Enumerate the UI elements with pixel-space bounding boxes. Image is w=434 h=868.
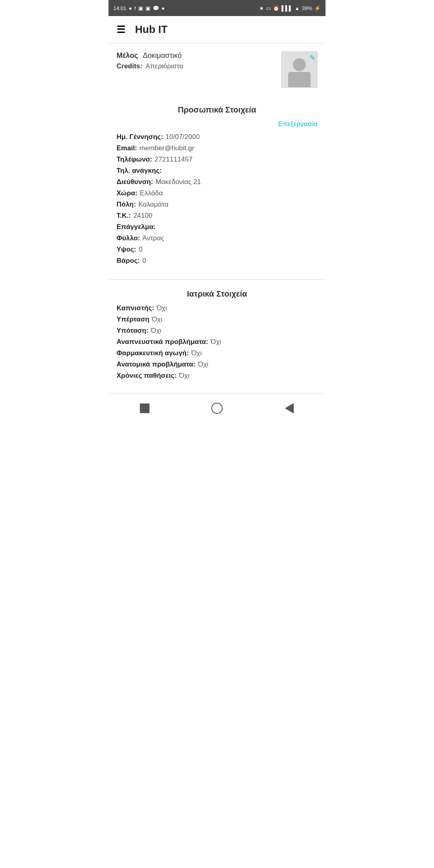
personal-field-value: Μακεδονίας 21 [156,178,201,186]
personal-info-row: Φύλλο:Άντρας [117,234,317,242]
personal-fields-container: Ημ. Γέννησης:10/07/2000Email:member@hubi… [117,133,317,265]
profile-info: Μέλος Δοκιμαστικό Credits: Απεριόριστα [117,51,281,70]
personal-field-label: Φύλλο: [117,234,140,242]
personal-field-label: Χώρα: [117,189,137,197]
section-divider [108,279,326,280]
personal-field-value: Ελλάδα [140,189,163,197]
member-row: Μέλος Δοκιμαστικό [117,51,281,60]
nav-square-icon [140,403,149,413]
medical-info-row: Υπόταση:Όχι [117,327,317,335]
member-label: Μέλος [117,51,138,60]
app-title: Hub IT [135,23,168,36]
profile-section: Μέλος Δοκιμαστικό Credits: Απεριόριστα ✎ [108,43,326,96]
battery-percent: 39% [302,5,312,11]
personal-field-label: Υψος: [117,246,136,254]
personal-info-row: Υψος:0 [117,246,317,254]
medical-field-value: Όχι [198,360,208,368]
personal-section-title: Προσωπικά Στοιχεία [117,105,317,115]
personal-info-row: Τηλ. ανάγκης: [117,167,317,175]
personal-info-row: Ημ. Γέννησης:10/07/2000 [117,133,317,141]
medical-info-row: ΥπέρτασηΌχι [117,315,317,323]
personal-field-label: Ημ. Γέννησης: [117,133,163,141]
personal-field-label: Τηλέφωνο: [117,156,152,164]
personal-field-label: Τηλ. ανάγκης: [117,167,162,175]
nav-home-btn[interactable] [208,399,226,417]
status-notif1-icon: ▣ [138,5,143,11]
member-type: Δοκιμαστικό [143,51,182,60]
personal-field-value: 24100 [133,212,152,220]
nav-circle-icon [211,403,223,414]
medical-field-value: Όχι [157,304,167,312]
personal-field-value: Καλαμάτα [138,201,168,209]
status-dot1: ● [129,5,132,11]
medical-info-row: Καπνιστής:Όχι [117,304,317,312]
medical-field-label: Φαρμακευτική αγωγή: [117,349,189,357]
avatar-edit-icon[interactable]: ✎ [309,53,315,62]
personal-info-row: Πόλη:Καλαμάτα [117,201,317,209]
personal-info-row: Βάρος:0 [117,257,317,265]
medical-field-label: Υπέρταση [117,315,149,323]
personal-field-label: Επάγγελμα: [117,223,156,231]
personal-field-label: Email: [117,144,137,152]
wifi-icon: ▲ [295,5,300,11]
personal-field-value: 2721111457 [155,156,193,164]
medical-field-label: Καπνιστής: [117,304,154,312]
personal-field-value: member@hubit.gr [139,144,194,152]
medical-section-title: Ιατρικά Στοιχεία [117,289,317,299]
nav-back-btn[interactable] [280,399,298,417]
status-notif2-icon: ▣ [145,5,150,11]
medical-section: Ιατρικά Στοιχεία Καπνιστής:ΌχιΥπέρτασηΌχ… [108,281,326,393]
status-left: 14:01 ● f ▣ ▣ 💬 ● [113,5,165,11]
signal-icon: ▌▌▌ [281,5,293,11]
hamburger-menu-icon[interactable]: ☰ [117,25,125,35]
personal-info-row: Χώρα:Ελλάδα [117,189,317,197]
nav-back-icon [285,403,294,414]
personal-info-row: Email:member@hubit.gr [117,144,317,152]
medical-info-row: Χρόνιες παθήσεις:Όχι [117,372,317,380]
personal-field-label: Διεύθυνση: [117,178,153,186]
alarm-icon: ⏰ [273,5,279,11]
status-bar: 14:01 ● f ▣ ▣ 💬 ● ★ ▭ ⏰ ▌▌▌ ▲ 39% ⚡ [108,0,326,16]
avatar[interactable]: ✎ [281,51,317,88]
personal-info-row: Επάγγελμα: [117,223,317,231]
medical-field-value: Όχι [191,349,202,357]
personal-section: Προσωπικά Στοιχεία Επεξεργασία Ημ. Γέννη… [108,97,326,278]
credits-label: Credits: [117,62,142,70]
personal-field-label: Τ.Κ.: [117,212,131,220]
medical-field-value: Όχι [179,372,190,380]
personal-field-value: 0 [139,246,142,254]
personal-field-label: Πόλη: [117,201,136,209]
medical-field-label: Αναπνευστικά προβλήματα: [117,338,208,346]
medical-field-value: Όχι [151,327,162,335]
status-messenger-icon: 💬 [153,5,159,11]
charge-icon: ⚡ [314,5,321,11]
app-header: ☰ Hub IT [108,16,326,43]
medical-field-label: Χρόνιες παθήσεις: [117,372,177,380]
personal-info-row: Διεύθυνση:Μακεδονίας 21 [117,178,317,186]
nav-square-btn[interactable] [136,399,154,417]
personal-field-value: 0 [142,257,146,265]
medical-field-label: Υπόταση: [117,327,149,335]
bluetooth-icon: ★ [259,5,264,11]
medical-field-value: Όχι [152,315,162,323]
credits-value: Απεριόριστα [145,62,183,70]
medical-field-value: Όχι [211,338,221,346]
medical-info-row: Φαρμακευτική αγωγή:Όχι [117,349,317,357]
personal-info-row: Τ.Κ.:24100 [117,212,317,220]
personal-field-label: Βάρος: [117,257,140,265]
medical-field-label: Ανατομικά προβλήματα: [117,360,195,368]
credits-row: Credits: Απεριόριστα [117,62,281,70]
medical-info-row: Ανατομικά προβλήματα:Όχι [117,360,317,368]
avatar-body [288,72,311,87]
edit-personal-link[interactable]: Επεξεργασία [117,120,317,128]
personal-field-value: Άντρας [143,234,164,242]
personal-info-row: Τηλέφωνο:2721111457 [117,156,317,164]
medical-fields-container: Καπνιστής:ΌχιΥπέρτασηΌχιΥπόταση:ΌχιΑναπν… [117,304,317,380]
avatar-head [293,58,306,71]
bottom-nav [108,393,326,425]
status-dot2: ● [162,5,165,11]
personal-field-value: 10/07/2000 [166,133,200,141]
status-time: 14:01 [113,5,127,11]
medical-info-row: Αναπνευστικά προβλήματα:Όχι [117,338,317,346]
battery-icon: ▭ [266,5,271,11]
